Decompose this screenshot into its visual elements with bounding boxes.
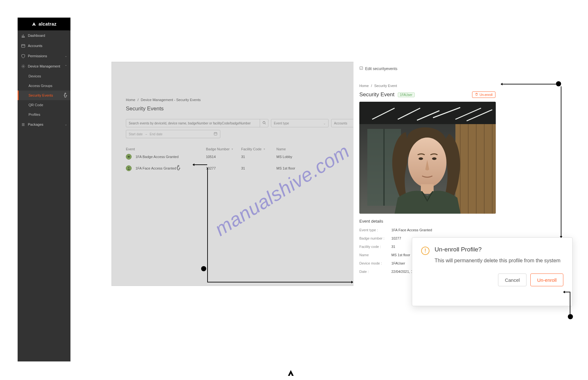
annotation-line — [570, 292, 570, 314]
svg-rect-5 — [128, 156, 130, 158]
sub-label: Devices — [29, 74, 41, 78]
sub-access-groups[interactable]: Access Groups — [18, 81, 70, 91]
chevron-down-icon: ⌄ — [323, 122, 326, 125]
crumb-home[interactable]: Home — [359, 84, 369, 88]
svg-rect-8 — [360, 67, 363, 70]
table-header: Event Badge Number▾ Facility Code▾ Name — [126, 147, 353, 151]
date-range-picker[interactable]: Start date → End date — [126, 130, 220, 138]
annotation-arrow — [565, 292, 570, 292]
placeholder: Accounts — [334, 122, 347, 125]
chevron-up-icon: ⌃ — [65, 65, 67, 68]
event-type-select[interactable]: Event type ⌄ — [271, 119, 329, 127]
cancel-button[interactable]: Cancel — [498, 273, 527, 286]
gear-icon — [21, 64, 25, 68]
nav-label: Packages — [28, 123, 43, 126]
sub-label: QR Code — [29, 103, 43, 107]
svg-point-2 — [65, 93, 66, 94]
start-date-ph: Start date — [129, 132, 143, 136]
nav-label: Permissions — [28, 54, 47, 58]
cell-facility: 31 — [241, 166, 276, 170]
warning-icon: ! — [421, 247, 429, 255]
detail-header: Edit securityevents — [359, 66, 495, 71]
sub-qr-code[interactable]: QR Code — [18, 100, 70, 110]
svg-rect-10 — [359, 102, 496, 124]
cell-badge: 10277 — [206, 166, 241, 170]
svg-point-20 — [419, 157, 423, 160]
svg-point-21 — [432, 157, 437, 160]
calendar-icon — [214, 132, 217, 136]
col-badge[interactable]: Badge Number▾ — [206, 147, 241, 151]
list-icon — [21, 122, 25, 127]
svg-rect-11 — [455, 124, 496, 214]
sub-profiles[interactable]: Profiles — [18, 110, 70, 119]
search-button[interactable] — [260, 119, 268, 127]
annotation-line — [207, 168, 208, 282]
face-icon — [126, 165, 132, 171]
svg-point-7 — [178, 165, 179, 167]
filter-icon: ▾ — [264, 147, 265, 151]
edit-icon — [359, 66, 363, 71]
nav-label: Accounts — [28, 44, 42, 48]
sub-label: Security Events — [29, 93, 53, 97]
badge-icon — [126, 154, 132, 160]
unenroll-confirm-dialog: ! Un-enroll Profile? This will permanent… — [412, 237, 573, 306]
filter-icon: ▾ — [232, 147, 233, 151]
trash-icon — [475, 93, 478, 97]
crumb-here: Security Event — [374, 84, 397, 88]
sub-security-events[interactable]: Security Events — [18, 91, 70, 100]
cell-name: MS Lobby — [276, 155, 340, 159]
table-row[interactable]: 1FA Face Access Granted 10277 31 MS 1st … — [126, 162, 353, 174]
footer-logo-icon — [287, 369, 295, 376]
nav-accounts[interactable]: Accounts — [18, 41, 70, 51]
user-tag: 1FAUser — [398, 92, 415, 97]
cursor-pointer-icon — [62, 92, 69, 99]
detail-title-row: Security Event 1FAUser Un-enroll — [359, 91, 495, 98]
brand-text: alcatraz — [38, 21, 56, 27]
brand-logo: alcatraz — [18, 18, 70, 30]
sub-label: Profiles — [29, 113, 40, 116]
svg-point-3 — [263, 122, 265, 124]
window-icon — [21, 44, 25, 48]
col-name: Name — [276, 147, 340, 151]
nav-packages[interactable]: Packages ⌄ — [18, 119, 70, 130]
event-name: 1FA Badge Access Granted — [135, 155, 179, 159]
search-input[interactable] — [126, 119, 260, 127]
svg-rect-0 — [21, 44, 25, 47]
annotation-dot — [568, 314, 573, 319]
annotation-arrow — [207, 282, 351, 282]
annotation-arrow — [561, 86, 561, 236]
kv-row: Event type :1FA Face Access Granted — [359, 228, 495, 232]
nav-device-management[interactable]: Device Management ⌃ — [18, 61, 70, 71]
detail-header-text: Edit securityevents — [365, 67, 397, 71]
confirm-title: Un-enroll Profile? — [435, 246, 563, 253]
confirm-message: This will permanently delete this profil… — [435, 257, 563, 265]
detail-title: Security Event — [359, 91, 395, 98]
search-input-wrap — [126, 119, 268, 127]
cell-facility: 31 — [241, 155, 276, 159]
chevron-down-icon: ⌄ — [65, 54, 67, 58]
annotation-dot — [201, 266, 206, 271]
nav-permissions[interactable]: Permissions ⌄ — [18, 51, 70, 61]
crumb-home[interactable]: Home — [126, 98, 135, 102]
annotation-dot — [556, 81, 561, 86]
svg-point-6 — [128, 167, 129, 168]
crumb-page: Device Management - Security Events — [141, 98, 201, 102]
unenroll-button[interactable]: Un-enroll — [472, 91, 495, 98]
placeholder: Event type — [274, 122, 289, 125]
cursor-pointer-icon — [175, 165, 182, 172]
events-table: Event Badge Number▾ Facility Code▾ Name … — [126, 147, 353, 174]
event-name: 1FA Face Access Granted — [135, 166, 176, 170]
col-facility[interactable]: Facility Code▾ — [241, 147, 276, 151]
chevron-down-icon: ⌄ — [65, 123, 67, 126]
event-photo — [359, 102, 496, 214]
cell-name: MS 1st floor — [276, 166, 340, 170]
nav-dashboard[interactable]: Dashboard — [18, 30, 70, 41]
cell-badge: 10514 — [206, 155, 241, 159]
shield-icon — [21, 54, 25, 58]
svg-point-1 — [22, 66, 24, 67]
table-row[interactable]: 1FA Badge Access Granted 10514 31 MS Lob… — [126, 151, 353, 162]
sub-devices[interactable]: Devices — [18, 71, 70, 81]
sub-label: Access Groups — [29, 84, 53, 88]
confirm-unenroll-button[interactable]: Un-enroll — [530, 273, 563, 286]
col-event: Event — [126, 147, 206, 151]
